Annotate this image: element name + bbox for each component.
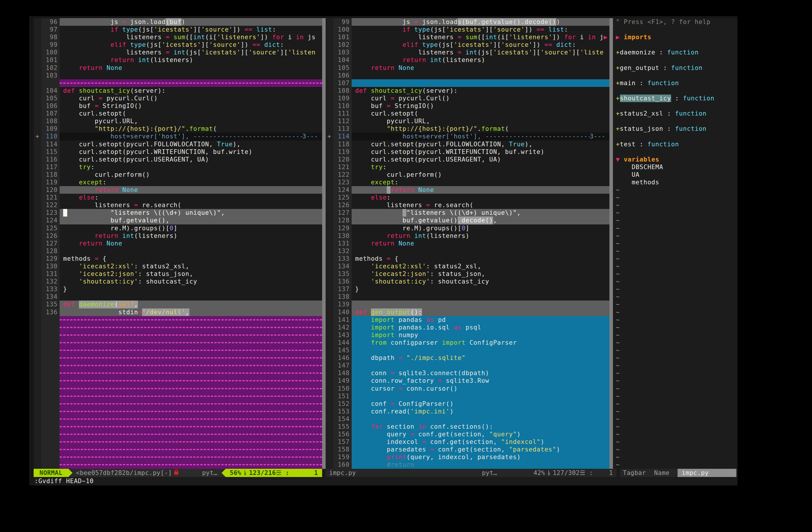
- code-line[interactable]: 116 curl.setopt(pycurl.USERAGENT, UA): [34, 156, 322, 163]
- code-line[interactable]: 114 curl.setopt(pycurl.FOLLOWLOCATION, T…: [34, 140, 322, 148]
- code-line[interactable]: 130 return int(listeners): [325, 232, 609, 240]
- code-line[interactable]: 119 curl.setopt(pycurl.WRITEFUNCTION, bu…: [325, 148, 609, 156]
- code-line[interactable]: 109 curl = pycurl.Curl(): [325, 95, 609, 102]
- code-line[interactable]: 110 buf = StringIO(): [325, 102, 609, 110]
- code-line[interactable]: 108 pycurl.URL,: [34, 117, 322, 125]
- code-line[interactable]: 142 import pandas.io.sql as psql: [325, 324, 609, 331]
- code-line[interactable]: [34, 453, 322, 461]
- tagbar-line[interactable]: +shoutcast_icy : function: [613, 95, 738, 102]
- code-line[interactable]: 136 'shoutcast:icy': shoutcast_icy: [325, 278, 609, 285]
- code-line[interactable]: 133methods = {: [325, 255, 609, 263]
- code-line[interactable]: 121 try:: [325, 163, 609, 171]
- code-line[interactable]: 123 except:: [325, 179, 609, 186]
- code-line[interactable]: 141 import pandas as pd: [325, 316, 609, 324]
- code-line[interactable]: 101 return int(listeners): [34, 56, 322, 64]
- code-line[interactable]: 102 elif type(js['icestats']['source']) …: [325, 41, 609, 48]
- tagbar-line[interactable]: +main : function: [613, 79, 738, 87]
- code-line[interactable]: 103 listeners = int(js['icestats']['sour…: [325, 48, 609, 56]
- tagbar-line[interactable]: +status2_xsl : function: [613, 110, 738, 117]
- code-line[interactable]: 157 indexcol = conf.get(section, "indexc…: [325, 438, 609, 446]
- code-line[interactable]: [34, 446, 322, 453]
- code-line[interactable]: 151: [325, 392, 609, 400]
- code-line[interactable]: 132 'shoutcast:icy': shoutcast_icy: [34, 278, 322, 285]
- code-line[interactable]: 97 if type(js['icestats']['source']) == …: [34, 26, 322, 33]
- tagbar-line[interactable]: [613, 117, 738, 125]
- code-line[interactable]: 145: [325, 347, 609, 354]
- code-line[interactable]: 113 "http://{host}:{port}/".format(: [325, 125, 609, 132]
- diff-pane-left[interactable]: 96 js = json.load(buf)97 if type(js['ice…: [34, 18, 322, 469]
- code-line[interactable]: 105 curl = pycurl.Curl(): [34, 95, 322, 102]
- code-line[interactable]: 107: [325, 79, 609, 87]
- code-line[interactable]: 104def shoutcast_icy(server):: [34, 87, 322, 95]
- tagbar-line[interactable]: UA: [613, 171, 738, 179]
- code-line[interactable]: 140def gen_output():: [325, 308, 609, 316]
- tagbar-line[interactable]: +daemonize : function: [613, 48, 738, 56]
- code-line[interactable]: 125 re.M).groups()[0]: [34, 224, 322, 232]
- code-line[interactable]: [34, 392, 322, 400]
- code-line[interactable]: 105 return None: [325, 64, 609, 72]
- code-line[interactable]: +114 host=server['host'], --------------…: [325, 132, 609, 140]
- code-line[interactable]: 111 curl.setopt(: [325, 110, 609, 117]
- code-line[interactable]: 122 listeners = re.search(: [34, 201, 322, 209]
- code-line[interactable]: 117 try:: [34, 163, 322, 171]
- command-line[interactable]: :Gvdiff HEAD~10: [34, 477, 738, 485]
- code-line[interactable]: 112 pycurl.URL,: [325, 117, 609, 125]
- tagbar-line[interactable]: [613, 132, 738, 140]
- code-line[interactable]: [34, 377, 322, 384]
- code-line[interactable]: 154: [325, 415, 609, 423]
- pane-separator-tagbar[interactable]: [609, 18, 613, 469]
- code-line[interactable]: 100 listeners = int(js['icestats']['sour…: [34, 48, 322, 56]
- code-line[interactable]: 135def daemonize(self,: [34, 300, 322, 308]
- code-line[interactable]: 124 buf.getvalue(),: [34, 216, 322, 224]
- code-line[interactable]: [34, 369, 322, 377]
- code-line[interactable]: 131 'icecast2:json': status_json,: [34, 270, 322, 278]
- code-line[interactable]: 99 js = json.loads(buf.getvalue().decode…: [325, 18, 609, 26]
- code-line[interactable]: [34, 362, 322, 369]
- tagbar-line[interactable]: " Press <F1>, ? for help: [613, 18, 738, 26]
- code-line[interactable]: 128 buf.getvalue().decode(),: [325, 216, 609, 224]
- code-line[interactable]: 118 curl.setopt(pycurl.FOLLOWLOCATION, T…: [325, 140, 609, 148]
- code-line[interactable]: 155 for section in conf.sections():: [325, 423, 609, 431]
- tagbar-line[interactable]: DBSCHEMA: [613, 163, 738, 171]
- tagbar-line[interactable]: +gen_output : function: [613, 64, 738, 72]
- code-line[interactable]: [34, 385, 322, 392]
- code-line[interactable]: 147: [325, 362, 609, 369]
- code-line[interactable]: 127 return None: [34, 240, 322, 247]
- code-line[interactable]: 121 else:: [34, 194, 322, 201]
- code-line[interactable]: [34, 431, 322, 438]
- tagbar-line[interactable]: [613, 87, 738, 95]
- code-line[interactable]: 128: [34, 247, 322, 255]
- code-line[interactable]: 136 stdin='/dev/null',: [34, 308, 322, 316]
- code-line[interactable]: 160 #return: [325, 461, 609, 468]
- code-line[interactable]: [34, 354, 322, 362]
- code-line[interactable]: 131 return None: [325, 240, 609, 247]
- code-line[interactable]: 127 "listeners \((\d+) unique\)",: [325, 209, 609, 216]
- code-line[interactable]: 129methods = {: [34, 255, 322, 263]
- code-line[interactable]: 132: [325, 247, 609, 255]
- code-line[interactable]: 146 dbpath = "./impc.sqlite": [325, 354, 609, 362]
- code-line[interactable]: 96 js = json.load(buf): [34, 18, 322, 26]
- code-line[interactable]: [34, 347, 322, 354]
- code-line[interactable]: 119 except:: [34, 179, 322, 186]
- code-line[interactable]: 120 curl.setopt(pycurl.USERAGENT, UA): [325, 156, 609, 163]
- code-line[interactable]: [34, 461, 322, 468]
- tagbar-line[interactable]: [613, 102, 738, 110]
- tagbar-line[interactable]: ▶ imports: [613, 33, 738, 41]
- code-line[interactable]: [34, 400, 322, 408]
- tagbar-line[interactable]: +test : function: [613, 140, 738, 148]
- code-line[interactable]: 106 buf = StringIO(): [34, 102, 322, 110]
- code-line[interactable]: [34, 423, 322, 431]
- code-line[interactable]: 124 return None: [325, 186, 609, 194]
- code-line[interactable]: 108def shoutcast_icy(server):: [325, 87, 609, 95]
- code-line[interactable]: [34, 316, 322, 324]
- code-line[interactable]: [34, 339, 322, 347]
- code-line[interactable]: 134 'icecast2:xsl': status2_xsl,: [325, 263, 609, 270]
- code-line[interactable]: 109 "http://{host}:{port}/".format(: [34, 125, 322, 132]
- fold-column[interactable]: +: [34, 132, 41, 140]
- code-line[interactable]: [34, 408, 322, 415]
- tagbar-line[interactable]: [613, 56, 738, 64]
- pane-separator[interactable]: [322, 18, 325, 469]
- code-line[interactable]: +110 host=server['host'], --------------…: [34, 132, 322, 140]
- code-line[interactable]: 106: [325, 72, 609, 79]
- code-line[interactable]: 152 conf = ConfigParser(): [325, 400, 609, 408]
